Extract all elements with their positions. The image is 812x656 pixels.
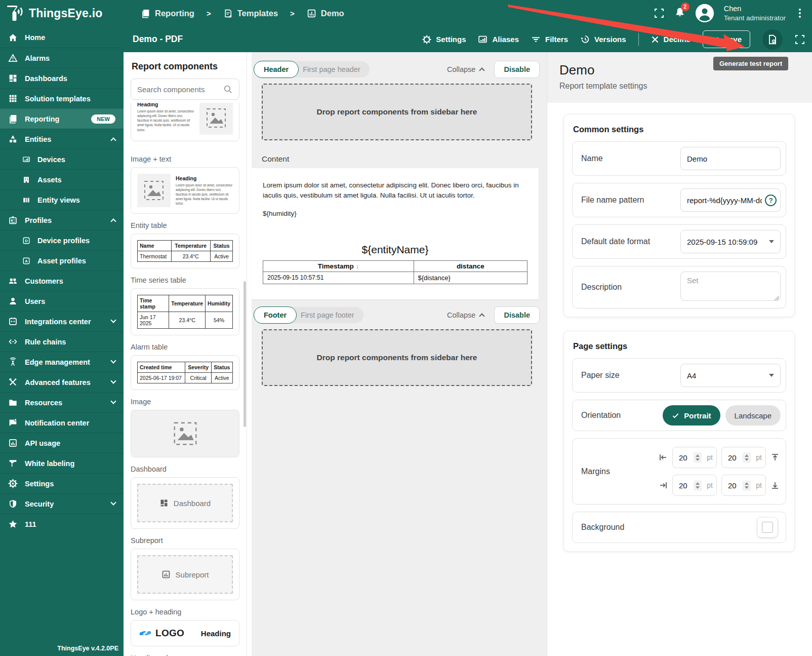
color-swatch	[762, 522, 773, 533]
margin-right-icon	[659, 481, 668, 490]
sidebar-item-api-usage[interactable]: API usage	[0, 433, 124, 453]
stepper-control[interactable]	[743, 452, 751, 463]
margin-left-input[interactable]	[679, 453, 692, 462]
expand-fullscreen-icon[interactable]	[795, 34, 805, 45]
header-collapse-button[interactable]: Collapse	[447, 65, 484, 73]
sidebar-item-white-labeling[interactable]: White labeling	[0, 453, 124, 473]
breadcrumb-reporting[interactable]: Reporting	[141, 9, 194, 18]
component-card-alarm-table[interactable]: Created time Severity Status 2025-06-17 …	[131, 355, 239, 390]
background-color-picker[interactable]	[757, 517, 778, 537]
margin-left-input-box[interactable]: pt	[672, 447, 717, 468]
shield-icon	[8, 499, 18, 509]
component-card-logo-heading[interactable]: LOGO Heading	[131, 620, 239, 646]
sidebar-item-edge-management[interactable]: Edge management	[0, 352, 124, 372]
sidebar-item-resources[interactable]: Resources	[0, 392, 124, 412]
component-card-text-image-clipped[interactable]: Heading Lorem ipsum dolor sit amet, cons…	[124, 103, 247, 147]
sidebar-item-entity-views[interactable]: Entity views	[0, 189, 124, 210]
save-button[interactable]: Save	[703, 30, 750, 48]
stepper-control[interactable]	[743, 480, 751, 491]
description-textarea[interactable]	[680, 272, 781, 301]
nav-label: Advanced features	[25, 378, 91, 387]
sidebar-item-users[interactable]: Users	[0, 291, 124, 311]
component-card-entity-table[interactable]: Name Temperature Status Thermostat 23.4°…	[131, 234, 239, 268]
sidebar-item-entities[interactable]: Entities	[0, 129, 124, 149]
margin-right-input[interactable]	[679, 481, 692, 490]
breadcrumb-templates[interactable]: Templates	[223, 9, 278, 18]
component-card-dashboard[interactable]: Dashboard	[131, 477, 239, 529]
sidebar-item-advanced-features[interactable]: Advanced features	[0, 372, 124, 392]
content-table: Timestamp↓ distance 2025-09-15 10:57:51 …	[263, 260, 527, 284]
margin-bottom-input[interactable]	[728, 481, 741, 490]
margin-top-input-box[interactable]: pt	[721, 447, 766, 468]
sidebar-item-customers[interactable]: Customers	[0, 271, 124, 291]
sidebar-item-integrations-center[interactable]: Integrations center	[0, 311, 124, 331]
search-components-box[interactable]	[131, 79, 239, 100]
sidebar-item-devices[interactable]: Devices	[0, 149, 124, 169]
footer-disable-button[interactable]: Disable	[494, 306, 540, 324]
filters-button[interactable]: Filters	[531, 34, 568, 44]
margin-bottom-input-box[interactable]: pt	[721, 475, 766, 496]
sidebar: Home Alarms Dashboards Solution template…	[0, 26, 124, 656]
stepper-control[interactable]	[694, 480, 702, 491]
search-components-input[interactable]	[137, 85, 219, 94]
aliases-button[interactable]: Aliases	[478, 34, 519, 44]
sidebar-item-home[interactable]: Home	[0, 27, 124, 48]
margin-top-input[interactable]	[728, 453, 741, 462]
orientation-landscape-toggle[interactable]: Landscape	[725, 405, 781, 426]
sidebar-item-asset-profiles[interactable]: A Asset profiles	[0, 250, 124, 271]
paper-size-select[interactable]: A4	[680, 364, 781, 387]
footer-collapse-button[interactable]: Collapse	[447, 311, 484, 319]
header-dropzone[interactable]: Drop report components from sidebar here	[262, 84, 532, 140]
decline-button[interactable]: Decline	[651, 35, 691, 44]
component-card-time-series-table[interactable]: Time stamp Temperature Humidity Jun 17 2…	[131, 288, 239, 335]
brand[interactable]: ThingsEye.io	[0, 5, 124, 22]
default-date-format-select[interactable]: 2025-09-15 10:59:09	[680, 230, 781, 253]
sidebar-item-solution-templates[interactable]: Solution templates	[0, 88, 124, 108]
sidebar-item-device-profiles[interactable]: D Device profiles	[0, 230, 124, 250]
avatar[interactable]	[696, 4, 714, 22]
generate-test-report-button[interactable]	[762, 29, 783, 50]
more-menu-icon[interactable]	[796, 7, 804, 20]
settings-button[interactable]: Settings	[422, 35, 466, 44]
header-chip[interactable]: Header	[254, 61, 299, 78]
footer-dropzone[interactable]: Drop report components from sidebar here	[262, 329, 532, 386]
history-icon	[580, 34, 590, 44]
gear-icon	[422, 35, 431, 44]
components-scrollbar[interactable]	[243, 281, 246, 427]
sidebar-item-dashboards[interactable]: Dashboards	[0, 68, 124, 88]
file-name-pattern-input[interactable]	[687, 196, 762, 205]
file-name-pattern-box[interactable]: ?	[680, 188, 781, 212]
sidebar-item-assets[interactable]: Assets	[0, 169, 124, 189]
resize-handle-icon[interactable]	[775, 296, 779, 300]
breadcrumb-demo[interactable]: Demo	[307, 9, 344, 18]
stepper-control[interactable]	[694, 452, 702, 463]
versions-button[interactable]: Versions	[580, 34, 626, 44]
th: Temperature	[171, 241, 210, 251]
footer-chip[interactable]: Footer	[254, 306, 297, 324]
first-page-header-chip[interactable]: First page header	[287, 61, 370, 78]
sidebar-item-settings[interactable]: Settings	[0, 473, 124, 493]
component-card-subreport[interactable]: Subreport	[131, 549, 239, 600]
badge-icon	[8, 215, 18, 225]
notifications-bell[interactable]: 2	[674, 7, 685, 20]
sidebar-item-security[interactable]: Security	[0, 493, 124, 514]
margin-right-input-box[interactable]: pt	[672, 475, 717, 496]
content-editor[interactable]: Lorem ipsum dolor sit amet, consectetur …	[252, 168, 539, 299]
sidebar-item-reporting[interactable]: Reporting NEW	[0, 108, 124, 129]
name-input-box[interactable]	[680, 147, 781, 170]
fullscreen-icon[interactable]	[654, 8, 664, 18]
section-label-time-series-table: Time series table	[124, 268, 247, 288]
name-input[interactable]	[687, 155, 774, 163]
sidebar-item-notification-center[interactable]: Notification center	[0, 412, 124, 433]
component-card-image[interactable]	[131, 410, 239, 457]
component-card-image-text[interactable]: Heading Lorem ipsum dolor sit amet, cons…	[131, 167, 239, 214]
sidebar-item-alarms[interactable]: Alarms	[0, 48, 124, 68]
orientation-portrait-toggle[interactable]: Portrait	[663, 405, 720, 426]
sidebar-item-rule-chains[interactable]: Rule chains	[0, 331, 124, 352]
collapse-label: Collapse	[447, 311, 475, 319]
sidebar-item-profiles[interactable]: Profiles	[0, 210, 124, 230]
sidebar-item-111[interactable]: 111	[0, 514, 124, 534]
paper-size-label: Paper size	[581, 371, 620, 380]
header-disable-button[interactable]: Disable	[494, 61, 540, 78]
help-icon[interactable]: ?	[765, 195, 777, 206]
